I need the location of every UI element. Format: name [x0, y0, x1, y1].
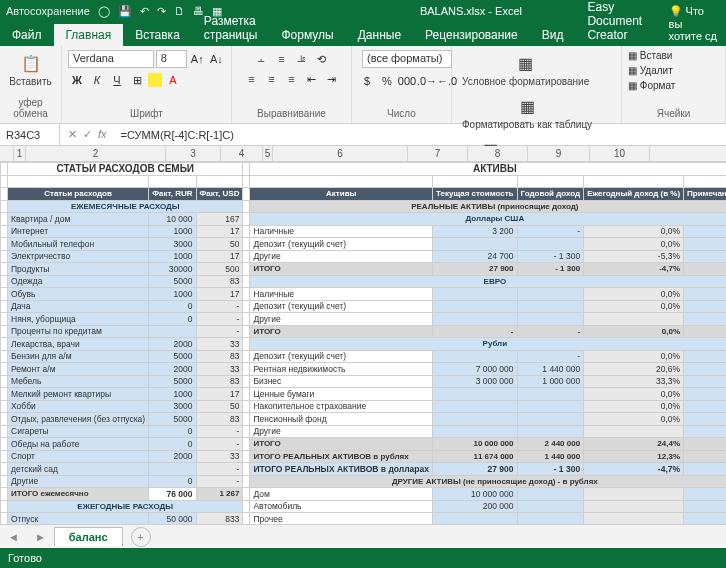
tab-data[interactable]: Данные — [346, 24, 413, 46]
cells-group-label: Ячейки — [628, 108, 719, 119]
tab-insert[interactable]: Вставка — [123, 24, 192, 46]
italic-button[interactable]: К — [88, 71, 106, 89]
conditional-format-button[interactable]: ▦Условное форматирование — [458, 50, 593, 89]
fill-color-button[interactable] — [148, 73, 162, 87]
cells-format-button[interactable]: ▦ Формат — [628, 80, 675, 91]
status-bar: Готово — [0, 548, 726, 568]
shrink-font-icon[interactable]: A↓ — [208, 50, 225, 68]
font-color-button[interactable]: A — [164, 71, 182, 89]
table-format-icon: ▦ — [516, 95, 538, 117]
sheet-tab-balance[interactable]: баланс — [54, 527, 123, 546]
number-format-select[interactable]: (все форматы) — [362, 50, 452, 68]
worksheet[interactable]: 1 2 3 4 5 6 7 8 9 10 СТАТЬИ РАСХОДОВ СЕМ… — [0, 146, 726, 524]
ribbon: 📋 Вставить уфер обмена Verdana 8 A↑ A↓ Ж… — [0, 46, 726, 124]
new-icon[interactable]: 🗋 — [174, 5, 185, 17]
align-right-icon[interactable]: ≡ — [283, 70, 301, 88]
indent-dec-icon[interactable]: ⇤ — [303, 70, 321, 88]
border-button[interactable]: ⊞ — [128, 71, 146, 89]
clipboard-icon: 📋 — [20, 52, 42, 74]
save-icon[interactable]: 💾 — [118, 5, 132, 18]
cells-delete-button[interactable]: ▦ Удалит — [628, 65, 673, 76]
comma-icon[interactable]: 000 — [398, 72, 416, 90]
currency-icon[interactable]: $ — [358, 72, 376, 90]
print-icon[interactable]: 🖶 — [193, 5, 204, 17]
number-group-label: Число — [358, 108, 445, 119]
percent-icon[interactable]: % — [378, 72, 396, 90]
cells-insert-button[interactable]: ▦ Встави — [628, 50, 672, 61]
formula-bar: R34C3 ✕ ✓ fx =СУММ(R[-4]C:R[-1]C) — [0, 124, 726, 146]
tell-me[interactable]: 💡 Что вы хотите сд — [661, 1, 726, 46]
indent-inc-icon[interactable]: ⇥ — [323, 70, 341, 88]
formula-input[interactable]: =СУММ(R[-4]C:R[-1]C) — [115, 129, 726, 141]
add-sheet-button[interactable]: + — [131, 527, 151, 547]
autosave-label: Автосохранение — [6, 5, 90, 17]
sheet-tabs: ◄ ► баланс + — [0, 524, 726, 548]
align-group-label: Выравнивание — [238, 108, 345, 119]
align-top-icon[interactable]: ⫠ — [253, 50, 271, 68]
tab-edc[interactable]: Easy Document Creator — [575, 0, 660, 46]
grow-font-icon[interactable]: A↑ — [189, 50, 206, 68]
orientation-icon[interactable]: ⟲ — [313, 50, 331, 68]
align-left-icon[interactable]: ≡ — [243, 70, 261, 88]
paste-button[interactable]: 📋 Вставить — [6, 50, 55, 89]
bold-button[interactable]: Ж — [68, 71, 86, 89]
clipboard-group-label: уфер обмена — [6, 97, 55, 119]
font-name-select[interactable]: Verdana — [68, 50, 154, 68]
spreadsheet-grid[interactable]: СТАТЬИ РАСХОДОВ СЕМЬИАКТИВЫСтатьи расход… — [0, 162, 726, 524]
name-box[interactable]: R34C3 — [0, 124, 60, 145]
tab-formulas[interactable]: Формулы — [269, 24, 345, 46]
tab-view[interactable]: Вид — [530, 24, 576, 46]
table-icon[interactable]: ▦ — [212, 5, 222, 18]
redo-icon[interactable]: ↷ — [157, 5, 166, 18]
ribbon-tabs: Файл Главная Вставка Разметка страницы Ф… — [0, 22, 726, 46]
inc-decimal-icon[interactable]: .0→ — [418, 72, 436, 90]
tab-home[interactable]: Главная — [54, 24, 124, 46]
font-group-label: Шрифт — [68, 108, 225, 119]
tab-nav-next[interactable]: ► — [27, 531, 54, 543]
format-table-button[interactable]: ▦Форматировать как таблицу — [458, 93, 596, 132]
tab-file[interactable]: Файл — [0, 24, 54, 46]
align-middle-icon[interactable]: ≡ — [273, 50, 291, 68]
underline-button[interactable]: Ч — [108, 71, 126, 89]
font-size-select[interactable]: 8 — [156, 50, 187, 68]
status-text: Готово — [8, 552, 42, 564]
cancel-formula-icon[interactable]: ✕ — [68, 128, 77, 141]
fx-icon[interactable]: fx — [98, 128, 107, 141]
align-bottom-icon[interactable]: ⫡ — [293, 50, 311, 68]
undo-icon[interactable]: ↶ — [140, 5, 149, 18]
tab-nav-prev[interactable]: ◄ — [0, 531, 27, 543]
align-center-icon[interactable]: ≡ — [263, 70, 281, 88]
accept-formula-icon[interactable]: ✓ — [83, 128, 92, 141]
autosave-toggle[interactable]: ◯ — [98, 5, 110, 18]
cond-format-icon: ▦ — [515, 52, 537, 74]
tab-review[interactable]: Рецензирование — [413, 24, 530, 46]
